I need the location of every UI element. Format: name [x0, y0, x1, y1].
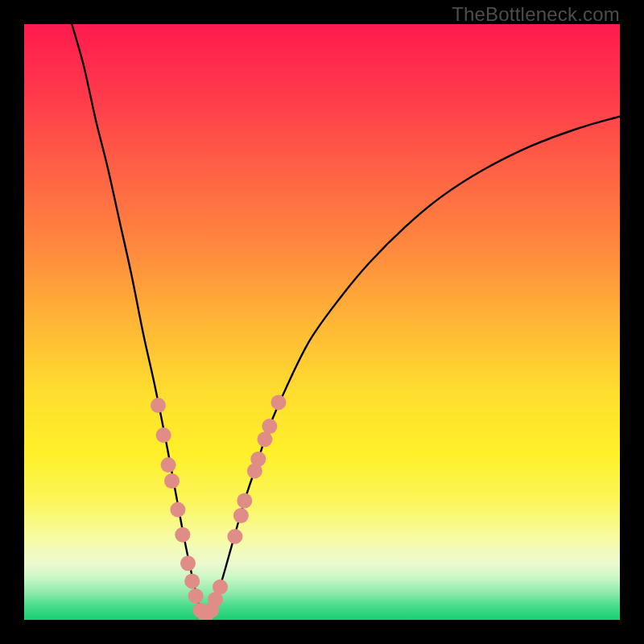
bottleneck-curve: [72, 24, 620, 617]
marker-dot: [213, 580, 228, 595]
marker-dot: [151, 398, 166, 413]
plot-area: [24, 24, 620, 620]
marker-dot: [262, 419, 277, 434]
marker-dot: [233, 508, 249, 523]
marker-dot: [184, 573, 200, 588]
marker-dot: [170, 502, 185, 518]
marker-dot: [188, 588, 204, 604]
marker-dot: [164, 473, 180, 489]
marker-dot: [161, 457, 176, 473]
marker-dot: [156, 427, 171, 443]
marker-dot: [270, 394, 286, 410]
outer-frame: TheBottleneck.com: [0, 0, 644, 644]
marker-dot: [250, 452, 266, 467]
marker-dot: [227, 529, 242, 544]
highlight-dots: [151, 394, 286, 620]
marker-dot: [257, 431, 272, 447]
attribution-text: TheBottleneck.com: [452, 3, 620, 26]
curve-layer: [24, 24, 620, 620]
marker-dot: [237, 493, 252, 509]
marker-dot: [175, 527, 190, 543]
marker-dot: [180, 555, 196, 571]
